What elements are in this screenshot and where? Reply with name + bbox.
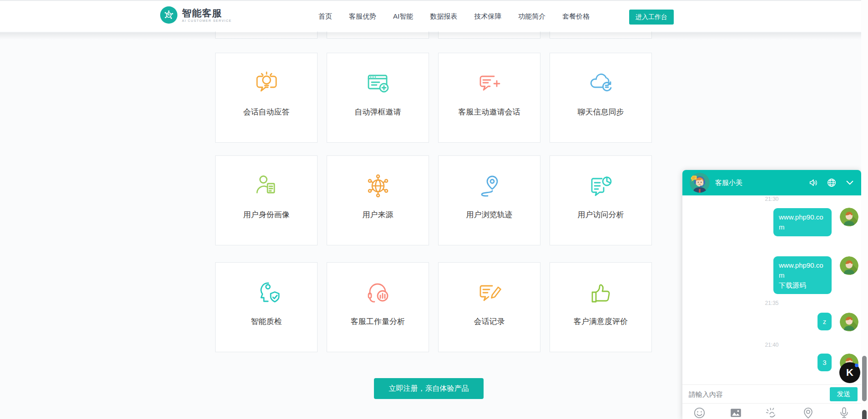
feature-card: 自动弹框邀请 — [327, 53, 429, 143]
feature-card: 聊天信息同步 — [550, 53, 652, 143]
chat-pencil-icon — [439, 274, 540, 311]
visitor-avatar — [840, 208, 858, 226]
lightbulb-chat-icon — [216, 65, 317, 101]
feature-card-label: 会话记录 — [439, 316, 540, 327]
k-badge-letter: K — [846, 367, 853, 379]
feature-card-label: 客户满意度评价 — [550, 316, 651, 327]
message-timestamp: 21:35 — [682, 300, 861, 306]
feature-card-label: 用户来源 — [327, 210, 429, 220]
feature-card-label: 智能质检 — [216, 316, 317, 327]
send-button[interactable]: 发送 — [830, 387, 858, 401]
feature-card-cutoff — [438, 31, 540, 39]
emoji-icon[interactable] — [693, 407, 706, 419]
chat-plus-icon — [439, 65, 540, 101]
nav-item-reports[interactable]: 数据报表 — [430, 12, 457, 21]
brand-logo-text: 智能客服 AI CUSTOMER SERVICE — [182, 8, 232, 22]
language-globe-icon[interactable] — [827, 178, 837, 188]
feature-card-cutoff — [327, 31, 429, 39]
feature-card: 客服工作量分析 — [327, 262, 429, 352]
chat-widget: 客服小美 21:30 www.php90.com — [682, 170, 861, 419]
brand-name: 智能客服 — [182, 8, 232, 18]
chat-message-bubble[interactable]: z — [818, 313, 832, 330]
visitor-avatar — [840, 256, 858, 275]
nav-item-pricing[interactable]: 套餐价格 — [562, 12, 590, 21]
window-plus-icon — [327, 65, 429, 101]
brand-subtitle: AI CUSTOMER SERVICE — [182, 19, 232, 22]
chat-messages-area[interactable]: 21:30 www.php90.com www.php90.com 下载源码 — [682, 195, 861, 384]
feature-card-label: 自动弹框邀请 — [327, 107, 429, 117]
brand-logo-icon — [160, 6, 177, 24]
message-timestamp: 21:30 — [682, 196, 861, 202]
feature-card-label: 用户浏览轨迹 — [439, 210, 540, 220]
feature-card-label: 聊天信息同步 — [550, 107, 651, 117]
network-globe-icon — [327, 168, 429, 204]
top-navigation-bar: 智能客服 AI CUSTOMER SERVICE 首页 客服优势 AI智能 数据… — [0, 0, 868, 31]
k-badge-notification-dot — [855, 364, 858, 367]
chat-message-bubble[interactable]: www.php90.com 下载源码 — [773, 256, 832, 294]
chat-message-input[interactable] — [689, 390, 830, 398]
feature-card-label: 会话自动应答 — [216, 107, 317, 117]
message-line: www.php90.com — [779, 261, 823, 279]
feature-card: 客户满意度评价 — [550, 262, 652, 352]
doc-pie-icon — [550, 168, 651, 204]
scrollbar-bottom-segment[interactable] — [862, 410, 867, 419]
visitor-avatar — [840, 313, 858, 331]
sound-icon[interactable] — [808, 178, 818, 188]
chat-message-bubble[interactable]: 3 — [818, 354, 832, 371]
chat-header-icons — [808, 170, 855, 195]
register-cta-button[interactable]: 立即注册，亲自体验产品 — [374, 378, 484, 399]
feature-card-label: 客服工作量分析 — [327, 316, 429, 327]
head-shield-icon — [216, 274, 317, 311]
feature-card-label: 客服主动邀请会话 — [439, 107, 540, 117]
feature-card-label: 用户访问分析 — [550, 210, 651, 220]
agent-avatar — [690, 173, 710, 193]
feature-card: 客服主动邀请会话 — [438, 53, 540, 143]
nav-menu: 首页 客服优势 AI智能 数据报表 技术保障 功能简介 套餐价格 — [318, 1, 590, 32]
headset-chart-icon — [327, 274, 429, 311]
image-icon[interactable] — [730, 407, 742, 419]
nav-item-ai[interactable]: AI智能 — [393, 12, 413, 21]
feature-card: 会话记录 — [438, 262, 540, 352]
location-icon[interactable] — [802, 407, 814, 419]
brand-logo[interactable]: 智能客服 AI CUSTOMER SERVICE — [160, 6, 232, 24]
chat-input-row: 发送 — [682, 384, 861, 403]
minimize-chevron-icon[interactable] — [845, 178, 855, 188]
nav-item-advantage[interactable]: 客服优势 — [349, 12, 376, 21]
feature-card: 用户来源 — [327, 155, 429, 245]
microphone-icon[interactable] — [838, 407, 850, 419]
agent-name: 客服小美 — [715, 179, 742, 187]
thumb-up-icon — [550, 274, 651, 311]
scrollbar-thumb[interactable] — [862, 356, 867, 401]
shake-icon[interactable] — [766, 407, 778, 419]
nav-item-home[interactable]: 首页 — [318, 12, 332, 21]
feature-card: 用户身份画像 — [215, 155, 318, 245]
person-card-icon — [216, 168, 317, 204]
message-timestamp: 21:40 — [682, 342, 861, 348]
chat-header[interactable]: 客服小美 — [682, 170, 861, 195]
message-link[interactable]: 下载源码 — [779, 281, 806, 289]
pin-route-icon — [439, 168, 540, 204]
feature-card: 用户浏览轨迹 — [438, 155, 540, 245]
feature-card: 会话自动应答 — [215, 53, 318, 143]
nav-item-functions[interactable]: 功能简介 — [518, 12, 545, 21]
feature-card-cutoff — [550, 31, 652, 39]
enter-workbench-button[interactable]: 进入工作台 — [629, 10, 674, 25]
feature-card: 智能质检 — [215, 262, 318, 352]
feature-card-label: 用户身份画像 — [216, 210, 317, 220]
chat-message-bubble[interactable]: www.php90.com — [773, 208, 832, 236]
floating-k-badge[interactable]: K — [839, 362, 860, 383]
chat-toolbar — [682, 403, 861, 419]
feature-card: 用户访问分析 — [550, 155, 652, 245]
page-scrollbar[interactable] — [861, 0, 868, 419]
cloud-sync-icon — [550, 65, 651, 101]
nav-item-tech[interactable]: 技术保障 — [474, 12, 501, 21]
feature-card-cutoff — [215, 31, 318, 39]
